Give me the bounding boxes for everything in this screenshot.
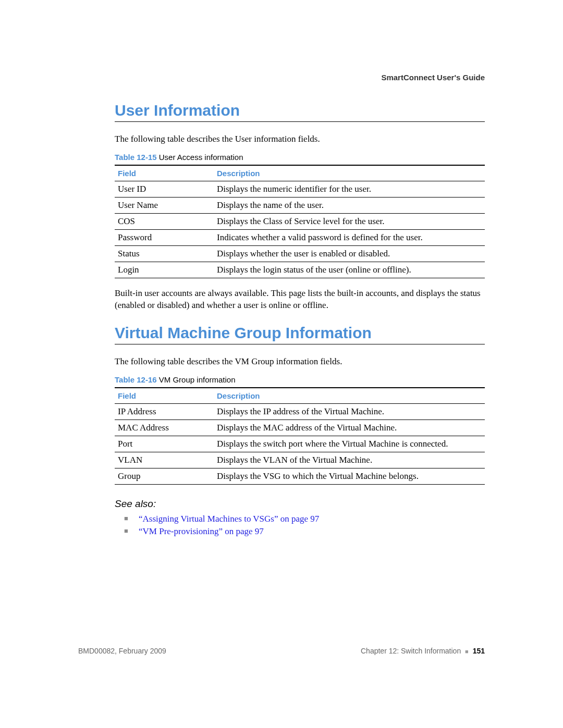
title-rule	[115, 344, 485, 344]
cell-desc: Displays the Class of Service level for …	[214, 213, 485, 229]
page-number: 151	[473, 647, 485, 655]
table-caption-text: VM Group information	[159, 375, 236, 384]
footer-right: Chapter 12: Switch Information ■ 151	[361, 647, 485, 655]
cell-desc: Displays the VSG to which the Virtual Ma…	[214, 468, 485, 484]
col-description: Description	[214, 388, 485, 404]
table-row: Login Displays the login status of the u…	[115, 262, 485, 278]
cell-desc: Displays the IP address of the Virtual M…	[214, 403, 485, 419]
cell-desc: Displays the MAC address of the Virtual …	[214, 419, 485, 436]
cell-field: VLAN	[115, 452, 214, 468]
col-description: Description	[214, 165, 485, 181]
page-footer: BMD00082, February 2009 Chapter 12: Swit…	[78, 647, 485, 655]
col-field: Field	[115, 388, 214, 404]
table-row: Group Displays the VSG to which the Virt…	[115, 468, 485, 484]
footer-chapter: Chapter 12: Switch Information	[361, 647, 461, 655]
cell-desc: Displays whether the user is enabled or …	[214, 245, 485, 262]
table-row: Password Indicates whether a valid passw…	[115, 229, 485, 245]
cell-field: MAC Address	[115, 419, 214, 436]
cell-field: Login	[115, 262, 214, 278]
table-row: COS Displays the Class of Service level …	[115, 213, 485, 229]
cell-desc: Displays the switch port where the Virtu…	[214, 436, 485, 452]
table-user-access: Field Description User ID Displays the n…	[115, 165, 485, 278]
table-caption-user-access: Table 12-15 User Access information	[115, 153, 485, 162]
cell-desc: Displays the VLAN of the Virtual Machine…	[214, 452, 485, 468]
cell-field: User ID	[115, 181, 214, 197]
xref-link[interactable]: “Assigning Virtual Machines to VSGs” on …	[115, 514, 485, 524]
table-row: User ID Displays the numeric identifier …	[115, 181, 485, 197]
cell-desc: Displays the name of the user.	[214, 197, 485, 213]
title-rule	[115, 121, 485, 122]
cell-desc: Displays the login status of the user (o…	[214, 262, 485, 278]
table-row: IP Address Displays the IP address of th…	[115, 403, 485, 419]
cell-desc: Indicates whether a valid password is de…	[214, 229, 485, 245]
cell-field: Group	[115, 468, 214, 484]
cell-field: User Name	[115, 197, 214, 213]
table-row: MAC Address Displays the MAC address of …	[115, 419, 485, 436]
col-field: Field	[115, 165, 214, 181]
table-caption-vm-group: Table 12-16 VM Group information	[115, 375, 485, 384]
cell-field: Password	[115, 229, 214, 245]
square-bullet-icon: ■	[463, 648, 471, 655]
intro-paragraph-user-info: The following table describes the User i…	[115, 133, 485, 145]
cell-desc: Displays the numeric identifier for the …	[214, 181, 485, 197]
table-row: VLAN Displays the VLAN of the Virtual Ma…	[115, 452, 485, 468]
table-label: Table 12-16	[115, 375, 157, 384]
table-label: Table 12-15	[115, 153, 157, 162]
section-title-vm-group: Virtual Machine Group Information	[115, 324, 485, 342]
cell-field: IP Address	[115, 403, 214, 419]
intro-paragraph-vm-group: The following table describes the VM Gro…	[115, 356, 485, 368]
xref-link[interactable]: “VM Pre-provisioning” on page 97	[115, 526, 485, 537]
cell-field: COS	[115, 213, 214, 229]
see-also-list: “Assigning Virtual Machines to VSGs” on …	[115, 514, 485, 537]
table-row: Status Displays whether the user is enab…	[115, 245, 485, 262]
section-title-user-information: User Information	[115, 102, 485, 119]
cell-field: Status	[115, 245, 214, 262]
cell-field: Port	[115, 436, 214, 452]
running-header: SmartConnect User's Guide	[381, 73, 485, 82]
footer-left: BMD00082, February 2009	[78, 647, 166, 655]
table-row: Port Displays the switch port where the …	[115, 436, 485, 452]
see-also-heading: See also:	[115, 498, 485, 510]
table-caption-text: User Access information	[159, 153, 243, 162]
post-paragraph-user-info: Built-in user accounts are always availa…	[115, 288, 485, 312]
table-vm-group: Field Description IP Address Displays th…	[115, 387, 485, 485]
table-row: User Name Displays the name of the user.	[115, 197, 485, 213]
